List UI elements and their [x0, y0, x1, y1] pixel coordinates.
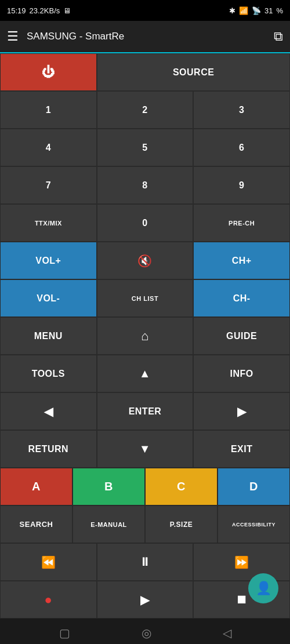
nav-back-icon[interactable]: ◁ — [223, 626, 231, 640]
num6-button[interactable]: 6 — [193, 129, 290, 166]
row-123: 1 2 3 — [0, 91, 290, 129]
row-tools-up-info: TOOLS ▲ INFO — [0, 355, 290, 392]
volplus-button[interactable]: VOL+ — [0, 242, 97, 279]
num4-button[interactable]: 4 — [0, 129, 97, 166]
status-network: 23.2KB/s — [30, 6, 60, 15]
psize-button[interactable]: P.SIZE — [145, 505, 217, 543]
num1-button[interactable]: 1 — [0, 91, 97, 129]
color-a-button[interactable]: A — [0, 468, 72, 505]
num9-button[interactable]: 9 — [193, 166, 290, 204]
record-button[interactable]: ● — [0, 581, 97, 618]
down-button[interactable]: ▼ — [97, 430, 194, 468]
row-456: 4 5 6 — [0, 129, 290, 166]
num2-button[interactable]: 2 — [97, 91, 194, 129]
power-button[interactable]: ⏻ — [0, 53, 97, 91]
row-789: 7 8 9 — [0, 166, 290, 204]
chlist-button[interactable]: CH LIST — [97, 279, 194, 317]
num3-button[interactable]: 3 — [193, 91, 290, 129]
nav-square-icon[interactable]: ▢ — [59, 626, 70, 640]
row-left-enter-right: ◀ ENTER ▶ — [0, 392, 290, 430]
menu-button[interactable]: MENU — [0, 317, 97, 355]
row-vol-mute-ch: VOL+ 🔇 CH+ — [0, 242, 290, 279]
bluetooth-icon: ✱ — [229, 6, 235, 15]
prech-button[interactable]: PRE-CH — [193, 204, 290, 242]
exit-button[interactable]: EXIT — [193, 430, 290, 468]
left-button[interactable]: ◀ — [0, 392, 97, 430]
tools-button[interactable]: TOOLS — [0, 355, 97, 392]
rewind-button[interactable]: ⏪ — [0, 543, 97, 581]
right-button[interactable]: ▶ — [193, 392, 290, 430]
fastforward-button[interactable]: ⏩ — [193, 543, 290, 581]
color-c-button[interactable]: C — [145, 468, 217, 505]
row-abcd: A B C D — [0, 468, 290, 505]
app-bar: ☰ SAMSUNG - SmartRe ⧉ — [0, 21, 290, 53]
mute-button[interactable]: 🔇 — [97, 242, 194, 279]
num0-button[interactable]: 0 — [97, 204, 194, 242]
row-search-emanual-psize-accessibility: SEARCH e-Manual P.SIZE Accessibility — [0, 505, 290, 543]
wifi-icon: 📡 — [252, 6, 261, 15]
pause-button[interactable]: ⏸ — [97, 543, 194, 581]
info-button[interactable]: INFO — [193, 355, 290, 392]
nav-home-icon[interactable]: ◎ — [142, 626, 151, 640]
fab-button[interactable]: 👤 — [248, 573, 278, 603]
color-d-button[interactable]: D — [217, 468, 290, 505]
num8-button[interactable]: 8 — [97, 166, 194, 204]
row-return-down-exit: RETURN ▼ EXIT — [0, 430, 290, 468]
enter-button[interactable]: ENTER — [97, 392, 194, 430]
home-button[interactable]: ⌂ — [97, 317, 194, 355]
return-button[interactable]: RETURN — [0, 430, 97, 468]
battery-level: 31 — [264, 6, 273, 15]
copy-icon[interactable]: ⧉ — [274, 29, 283, 44]
signal-icon: 📶 — [239, 6, 248, 15]
chplus-button[interactable]: CH+ — [193, 242, 290, 279]
status-right: ✱ 📶 📡 31 % — [229, 6, 283, 15]
row-menu-home-guide: MENU ⌂ GUIDE — [0, 317, 290, 355]
chminus-button[interactable]: CH- — [193, 279, 290, 317]
up-button[interactable]: ▲ — [97, 355, 194, 392]
play-button[interactable]: ▶ — [97, 581, 194, 618]
num5-button[interactable]: 5 — [97, 129, 194, 166]
remote-control: ⏻ SOURCE 1 2 3 4 5 6 7 8 9 TTX/MIX 0 PRE… — [0, 53, 290, 618]
emanual-button[interactable]: e-Manual — [72, 505, 145, 543]
ttxmix-button[interactable]: TTX/MIX — [0, 204, 97, 242]
color-b-button[interactable]: B — [72, 468, 145, 505]
source-button[interactable]: SOURCE — [97, 53, 290, 91]
row-rewind-pause-ff: ⏪ ⏸ ⏩ — [0, 543, 290, 581]
status-time: 15:19 — [7, 6, 26, 15]
nav-bar: ▢ ◎ ◁ — [0, 618, 290, 644]
row-record-play-stop: ● ▶ ⏹ — [0, 581, 290, 618]
row-ttx-0-prech: TTX/MIX 0 PRE-CH — [0, 204, 290, 242]
accessibility-button[interactable]: Accessibility — [217, 505, 290, 543]
screen-icon: 🖥 — [63, 6, 71, 15]
search-button[interactable]: SEARCH — [0, 505, 72, 543]
row-power-source: ⏻ SOURCE — [0, 53, 290, 91]
num7-button[interactable]: 7 — [0, 166, 97, 204]
menu-icon[interactable]: ☰ — [7, 29, 19, 44]
status-left: 15:19 23.2KB/s 🖥 — [7, 6, 71, 15]
volminus-button[interactable]: VOL- — [0, 279, 97, 317]
status-bar: 15:19 23.2KB/s 🖥 ✱ 📶 📡 31 % — [0, 0, 290, 21]
row-volminus-chlist-chminus: VOL- CH LIST CH- — [0, 279, 290, 317]
battery-icon: % — [276, 6, 283, 15]
app-title: SAMSUNG - SmartRe — [27, 31, 274, 42]
fab-icon: 👤 — [256, 581, 271, 596]
guide-button[interactable]: GUIDE — [193, 317, 290, 355]
power-icon: ⏻ — [42, 65, 55, 80]
